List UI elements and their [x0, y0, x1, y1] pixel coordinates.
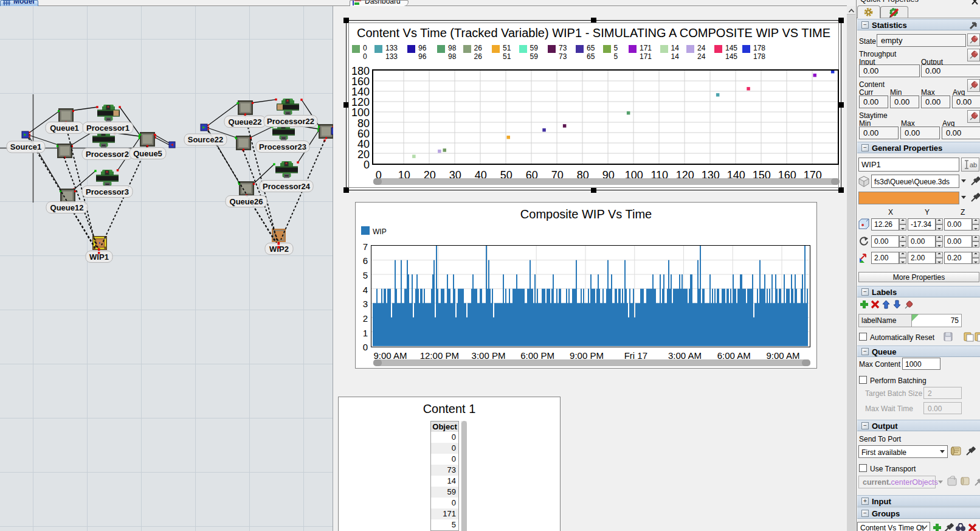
svg-text:Source22: Source22 [188, 135, 224, 144]
svg-text:Source1: Source1 [10, 142, 41, 151]
svg-text:ab: ab [970, 161, 977, 168]
svg-text:WIP2: WIP2 [269, 245, 289, 254]
svg-text:Processor2: Processor2 [86, 150, 129, 159]
svg-text:Processor1: Processor1 [86, 123, 129, 133]
svg-text:Queue5: Queue5 [133, 149, 162, 158]
svg-text:Queue22: Queue22 [229, 117, 262, 127]
svg-text:Queue12: Queue12 [50, 203, 84, 212]
svg-text:Queue26: Queue26 [230, 197, 263, 206]
svg-text:Processor22: Processor22 [267, 117, 314, 126]
svg-text:Processor23: Processor23 [259, 142, 306, 151]
svg-text:Processor24: Processor24 [263, 182, 311, 191]
svg-text:Processor3: Processor3 [86, 187, 129, 196]
svg-text:Queue1: Queue1 [50, 123, 79, 133]
